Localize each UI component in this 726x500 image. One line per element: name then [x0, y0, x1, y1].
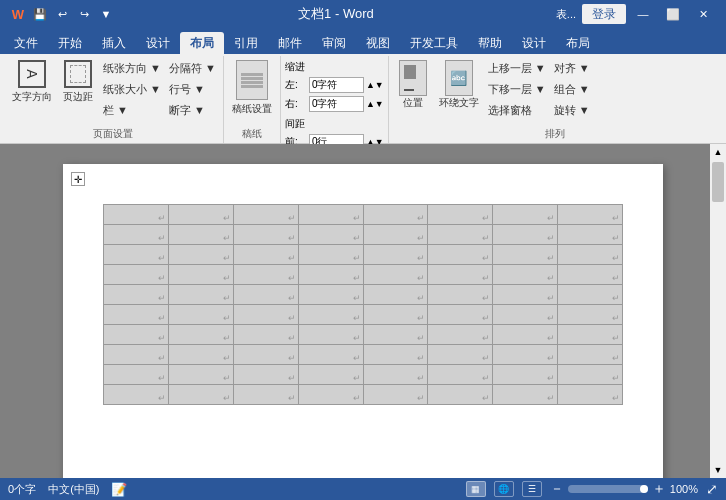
- outline-view-button[interactable]: ☰: [522, 481, 542, 497]
- position-button[interactable]: 位置: [393, 58, 433, 112]
- tab-view[interactable]: 视图: [356, 32, 400, 54]
- tab-references[interactable]: 引用: [224, 32, 268, 54]
- table-cell[interactable]: [493, 205, 558, 225]
- draft-settings-button[interactable]: 稿纸设置: [228, 58, 276, 118]
- zoom-out-button[interactable]: －: [550, 480, 564, 498]
- table-cell[interactable]: [104, 325, 169, 345]
- expand-view-button[interactable]: ⤢: [706, 481, 718, 497]
- tab-review[interactable]: 审阅: [312, 32, 356, 54]
- table-cell[interactable]: [298, 245, 363, 265]
- table-cell[interactable]: [298, 285, 363, 305]
- paper-size-button[interactable]: 纸张大小 ▼: [100, 81, 164, 98]
- table-cell[interactable]: [233, 305, 298, 325]
- table-cell[interactable]: [558, 345, 623, 365]
- table-cell[interactable]: [363, 245, 428, 265]
- zoom-thumb[interactable]: [640, 485, 648, 493]
- table-move-handle[interactable]: ✛: [71, 172, 85, 186]
- zoom-in-button[interactable]: ＋: [652, 480, 666, 498]
- hyphenation-button[interactable]: 断字 ▼: [166, 102, 219, 119]
- table-cell[interactable]: [363, 365, 428, 385]
- close-button[interactable]: ✕: [688, 0, 718, 28]
- table-cell[interactable]: [168, 325, 233, 345]
- table-cell[interactable]: [298, 325, 363, 345]
- breaks-button[interactable]: 分隔符 ▼: [166, 60, 219, 77]
- table-cell[interactable]: [428, 225, 493, 245]
- tab-table-design[interactable]: 设计: [512, 32, 556, 54]
- wrap-text-button[interactable]: 🔤 环绕文字: [435, 58, 483, 112]
- table-cell[interactable]: [493, 365, 558, 385]
- table-cell[interactable]: [428, 285, 493, 305]
- group-button[interactable]: 组合 ▼: [551, 81, 593, 98]
- table-cell[interactable]: [298, 345, 363, 365]
- table-cell[interactable]: [558, 305, 623, 325]
- web-layout-view-button[interactable]: 🌐: [494, 481, 514, 497]
- spell-check-icon[interactable]: 📝: [111, 482, 127, 497]
- table-cell[interactable]: [493, 345, 558, 365]
- table-cell[interactable]: [104, 285, 169, 305]
- table-cell[interactable]: [168, 365, 233, 385]
- login-button[interactable]: 登录: [582, 4, 626, 24]
- bring-forward-button[interactable]: 上移一层 ▼: [485, 60, 549, 77]
- table-cell[interactable]: [104, 305, 169, 325]
- table-cell[interactable]: [298, 385, 363, 405]
- expand-ribbon-icon[interactable]: 表...: [556, 7, 576, 22]
- line-numbers-button[interactable]: 行号 ▼: [166, 81, 219, 98]
- scroll-track[interactable]: [710, 160, 726, 462]
- table-cell[interactable]: [168, 285, 233, 305]
- table-cell[interactable]: [233, 385, 298, 405]
- table-cell[interactable]: [233, 325, 298, 345]
- indent-right-input[interactable]: [309, 96, 364, 112]
- table-cell[interactable]: [363, 225, 428, 245]
- indent-left-input[interactable]: [309, 77, 364, 93]
- table-cell[interactable]: [233, 265, 298, 285]
- tab-table-layout[interactable]: 布局: [556, 32, 600, 54]
- text-direction-button[interactable]: A 文字方向: [8, 58, 56, 106]
- customize-quick-access[interactable]: ▼: [96, 4, 116, 24]
- table-cell[interactable]: [428, 305, 493, 325]
- align-button[interactable]: 对齐 ▼: [551, 60, 593, 77]
- table-cell[interactable]: [168, 305, 233, 325]
- table-cell[interactable]: [428, 245, 493, 265]
- orientation-button[interactable]: 纸张方向 ▼: [100, 60, 164, 77]
- minimize-button[interactable]: —: [628, 0, 658, 28]
- indent-right-spin[interactable]: ▲▼: [366, 99, 384, 109]
- table-cell[interactable]: [233, 205, 298, 225]
- table-cell[interactable]: [363, 265, 428, 285]
- zoom-slider[interactable]: [568, 485, 648, 493]
- table-cell[interactable]: [363, 385, 428, 405]
- table-cell[interactable]: [168, 205, 233, 225]
- table-cell[interactable]: [298, 365, 363, 385]
- table-cell[interactable]: [558, 205, 623, 225]
- table-cell[interactable]: [363, 305, 428, 325]
- table-cell[interactable]: [104, 345, 169, 365]
- tab-home[interactable]: 开始: [48, 32, 92, 54]
- print-layout-view-button[interactable]: ▦: [466, 481, 486, 497]
- table-cell[interactable]: [493, 385, 558, 405]
- table-cell[interactable]: [168, 245, 233, 265]
- table-cell[interactable]: [428, 205, 493, 225]
- rotate-button[interactable]: 旋转 ▼: [551, 102, 593, 119]
- table-cell[interactable]: [493, 225, 558, 245]
- indent-left-spin[interactable]: ▲▼: [366, 80, 384, 90]
- redo-button[interactable]: ↪: [74, 4, 94, 24]
- tab-insert[interactable]: 插入: [92, 32, 136, 54]
- table-cell[interactable]: [493, 245, 558, 265]
- restore-button[interactable]: ⬜: [658, 0, 688, 28]
- table-cell[interactable]: [298, 305, 363, 325]
- table-cell[interactable]: [298, 265, 363, 285]
- table-cell[interactable]: [233, 345, 298, 365]
- table-cell[interactable]: [363, 325, 428, 345]
- tab-design[interactable]: 设计: [136, 32, 180, 54]
- scroll-up-button[interactable]: ▲: [710, 144, 726, 160]
- table-cell[interactable]: [493, 305, 558, 325]
- save-button[interactable]: 💾: [30, 4, 50, 24]
- scroll-thumb[interactable]: [712, 162, 724, 202]
- table-cell[interactable]: [558, 245, 623, 265]
- scroll-down-button[interactable]: ▼: [710, 462, 726, 478]
- table-cell[interactable]: [233, 285, 298, 305]
- tab-developer[interactable]: 开发工具: [400, 32, 468, 54]
- table-cell[interactable]: [493, 265, 558, 285]
- margins-button[interactable]: 页边距: [58, 58, 98, 106]
- table-cell[interactable]: [558, 325, 623, 345]
- table-cell[interactable]: [104, 205, 169, 225]
